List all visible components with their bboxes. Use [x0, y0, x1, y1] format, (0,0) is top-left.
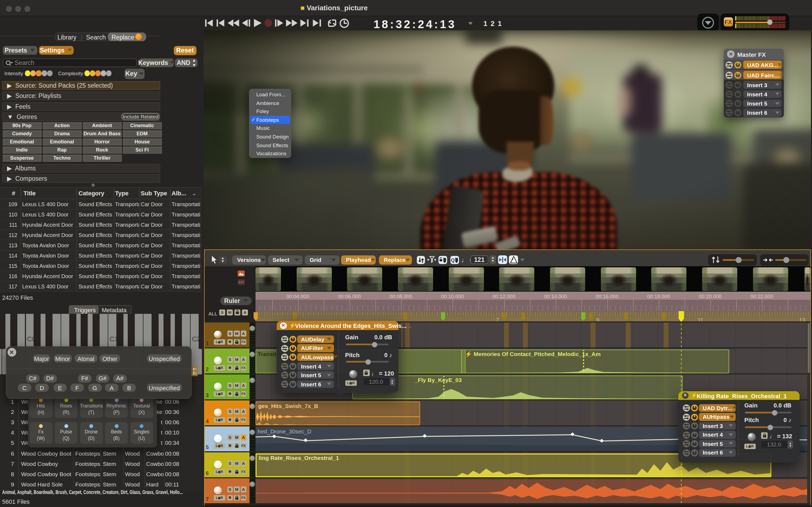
svg-text:Q: Q: [451, 257, 454, 263]
